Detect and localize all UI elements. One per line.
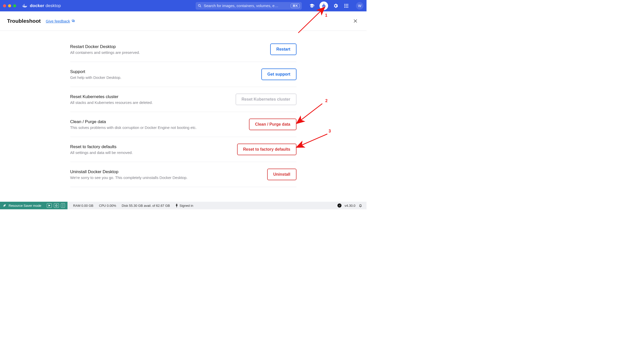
- row-desc: We're sorry to see you go. This complete…: [70, 175, 188, 180]
- status-version[interactable]: v4.30.0: [345, 204, 355, 208]
- feedback-icon: [72, 19, 75, 23]
- svg-rect-13: [347, 4, 348, 5]
- row-title: Reset Kubernetes cluster: [70, 94, 153, 99]
- restart-button[interactable]: Restart: [270, 43, 296, 55]
- reset-k8s-button: Reset Kubernetes cluster: [236, 94, 296, 105]
- svg-rect-32: [177, 204, 177, 204]
- status-metrics: RAM 0.00 GB CPU 0.00% Disk 55.30 GB avai…: [67, 204, 199, 208]
- power-button[interactable]: [54, 203, 59, 208]
- troubleshoot-row-factory-reset: Reset to factory defaultsAll settings an…: [70, 137, 296, 162]
- troubleshoot-row-get-support: SupportGet help with Docker Desktop.Get …: [70, 62, 296, 87]
- row-title: Support: [70, 69, 122, 74]
- row-desc: All containers and settings are preserve…: [70, 50, 140, 55]
- search-shortcut: ⌘K: [291, 4, 300, 8]
- row-text: Restart Docker DesktopAll containers and…: [70, 44, 140, 55]
- update-ok-icon: ✓: [337, 203, 341, 208]
- svg-point-27: [63, 204, 63, 205]
- troubleshoot-row-clean-purge: Clean / Purge dataThis solves problems w…: [70, 112, 296, 137]
- svg-line-7: [322, 7, 323, 7]
- svg-line-1: [200, 6, 201, 7]
- svg-rect-15: [346, 5, 347, 6]
- brand-text: docker desktop: [30, 3, 61, 8]
- docker-whale-icon: [22, 3, 28, 9]
- status-ram: RAM 0.00 GB: [73, 204, 93, 208]
- svg-rect-30: [176, 204, 177, 206]
- row-title: Restart Docker Desktop: [70, 44, 140, 49]
- learn-icon[interactable]: [309, 3, 315, 9]
- plug-icon: [175, 204, 178, 207]
- svg-rect-19: [347, 7, 348, 8]
- svg-line-3: [322, 5, 323, 6]
- search-placeholder: Search for images, containers, volumes, …: [204, 4, 289, 8]
- close-window-icon[interactable]: [3, 4, 6, 7]
- troubleshoot-row-restart: Restart Docker DesktopAll containers and…: [70, 41, 296, 62]
- svg-point-29: [63, 206, 63, 207]
- svg-rect-17: [345, 7, 345, 8]
- brand: docker desktop: [22, 3, 61, 9]
- close-icon: [353, 18, 358, 24]
- troubleshoot-panel: Restart Docker DesktopAll containers and…: [70, 41, 296, 202]
- row-title: Reset to factory defaults: [70, 144, 133, 149]
- svg-rect-16: [347, 5, 348, 6]
- row-desc: All settings and data will be removed.: [70, 150, 133, 155]
- page-title: Troubleshoot: [7, 18, 41, 24]
- row-desc: Get help with Docker Desktop.: [70, 75, 122, 80]
- get-support-button[interactable]: Get support: [261, 69, 296, 80]
- statusbar: Resource Saver mode RAM 0.00 GB CPU 0.00…: [0, 202, 367, 209]
- status-mode[interactable]: Resource Saver mode: [0, 202, 67, 209]
- svg-rect-18: [346, 7, 347, 8]
- clean-purge-button[interactable]: Clean / Purge data: [249, 119, 296, 130]
- give-feedback-label: Give feedback: [46, 19, 70, 23]
- minimize-window-icon[interactable]: [8, 4, 11, 7]
- apps-grid-icon[interactable]: [343, 3, 349, 9]
- status-disk: Disk 55.30 GB avail. of 62.67 GB: [122, 204, 170, 208]
- search-input[interactable]: Search for images, containers, volumes, …: [196, 2, 302, 10]
- row-text: Reset Kubernetes clusterAll stacks and K…: [70, 94, 153, 105]
- row-desc: This solves problems with disk corruptio…: [70, 125, 197, 130]
- row-title: Uninstall Docker Desktop: [70, 169, 188, 174]
- row-title: Clean / Purge data: [70, 119, 197, 124]
- titlebar: docker desktop Search for images, contai…: [0, 0, 367, 11]
- status-cpu: CPU 0.00%: [99, 204, 116, 208]
- svg-line-8: [325, 7, 325, 7]
- status-mode-label: Resource Saver mode: [9, 204, 41, 208]
- factory-reset-button[interactable]: Reset to factory defaults: [237, 144, 296, 155]
- settings-icon[interactable]: [333, 3, 339, 9]
- status-right: ✓ v4.30.0: [337, 203, 367, 208]
- row-desc: All stacks and Kubernetes resources are …: [70, 100, 153, 105]
- leaf-icon: [3, 203, 7, 208]
- window-controls: [3, 4, 16, 7]
- play-button[interactable]: [47, 203, 52, 208]
- content: Restart Docker DesktopAll containers and…: [0, 31, 367, 202]
- titlebar-actions: W: [309, 2, 363, 10]
- notifications-icon[interactable]: [358, 203, 362, 208]
- svg-rect-31: [176, 204, 177, 204]
- svg-marker-24: [49, 204, 50, 207]
- svg-line-4: [325, 5, 326, 6]
- svg-point-28: [63, 205, 63, 206]
- svg-rect-14: [345, 5, 345, 6]
- row-text: SupportGet help with Docker Desktop.: [70, 69, 122, 80]
- troubleshoot-row-reset-k8s: Reset Kubernetes clusterAll stacks and K…: [70, 87, 296, 112]
- svg-rect-33: [176, 206, 177, 207]
- avatar[interactable]: W: [356, 2, 363, 10]
- give-feedback-link[interactable]: Give feedback: [46, 19, 75, 23]
- svg-rect-11: [345, 4, 345, 5]
- row-text: Reset to factory defaultsAll settings an…: [70, 144, 133, 155]
- svg-rect-12: [346, 4, 347, 5]
- close-button[interactable]: [351, 17, 359, 25]
- maximize-window-icon[interactable]: [13, 4, 16, 7]
- search-icon: [198, 4, 202, 8]
- row-text: Uninstall Docker DesktopWe're sorry to s…: [70, 169, 188, 180]
- troubleshoot-row-uninstall: Uninstall Docker DesktopWe're sorry to s…: [70, 162, 296, 187]
- row-text: Clean / Purge dataThis solves problems w…: [70, 119, 197, 130]
- status-signed-in: Signed in: [175, 204, 193, 208]
- page-header: Troubleshoot Give feedback: [0, 11, 367, 31]
- uninstall-button[interactable]: Uninstall: [267, 169, 296, 180]
- troubleshoot-icon[interactable]: [319, 2, 328, 10]
- svg-point-0: [198, 4, 200, 6]
- status-signed-label: Signed in: [179, 204, 193, 208]
- more-menu-button[interactable]: [61, 203, 65, 208]
